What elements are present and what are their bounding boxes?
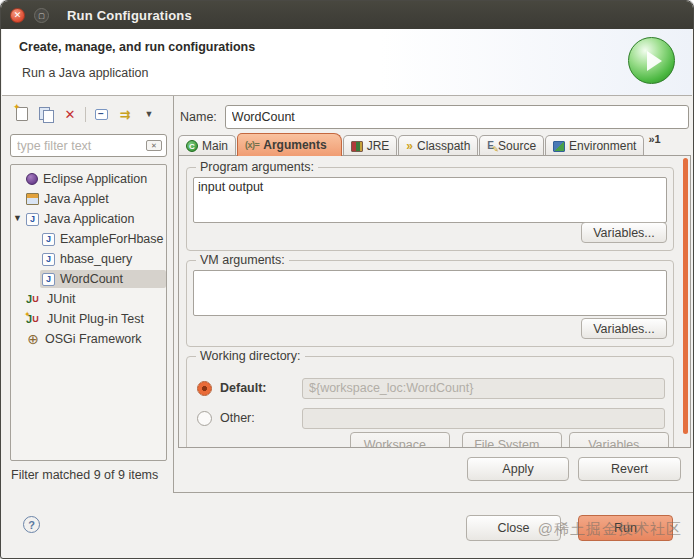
arguments-tab-content: Program arguments: input output Variable… [178, 155, 691, 448]
file-system-button[interactable]: File System... [462, 432, 562, 448]
configuration-detail-panel: Name: C Main (x)= Arguments JRE [174, 96, 694, 493]
vm-arguments-textarea[interactable] [193, 270, 667, 316]
tree-item-java-applet[interactable]: Java Applet [11, 189, 166, 209]
tab-arguments[interactable]: (x)= Arguments [237, 133, 342, 156]
chevron-down-icon: ▼ [145, 109, 154, 119]
run-configurations-dialog: ✕ ▢ Run Configurations Create, manage, a… [0, 0, 694, 559]
clear-filter-icon[interactable]: ✕ [146, 140, 162, 151]
arguments-tab-icon: (x)= [245, 140, 259, 150]
name-input[interactable] [225, 105, 689, 129]
working-directory-label: Working directory: [196, 349, 305, 363]
collapse-all-button[interactable]: − [89, 104, 113, 124]
main-tab-icon: C [186, 140, 198, 152]
tab-bar: C Main (x)= Arguments JRE » Classpath [178, 133, 691, 156]
vm-arguments-label: VM arguments: [196, 253, 289, 267]
close-button[interactable]: Close [466, 515, 561, 541]
java-applet-icon [26, 193, 39, 205]
duplicate-configuration-button[interactable] [34, 104, 58, 124]
tree-item-eclipse-application[interactable]: Eclipse Application [11, 169, 166, 189]
name-row: Name: [180, 104, 689, 129]
java-application-icon: J [42, 233, 55, 246]
tree-toolbar: ✕ − ⇉ ▼ [10, 103, 161, 125]
program-arguments-textarea[interactable]: input output [193, 177, 667, 223]
osgi-framework-icon: ⊕ [26, 332, 40, 346]
run-button[interactable]: Run [578, 515, 673, 541]
java-application-icon: J [26, 213, 39, 226]
classpath-tab-icon: » [406, 140, 413, 152]
dialog-footer: ? Close Run @稀土掘金技术社区 [2, 493, 692, 557]
dialog-header: Create, manage, and run configurations R… [2, 29, 692, 96]
tab-overflow-indicator[interactable]: »1 [648, 133, 660, 145]
screenshot-stage: ✕ ▢ Run Configurations Create, manage, a… [0, 0, 694, 559]
toolbar-separator [85, 107, 86, 122]
maximize-window-icon[interactable]: ▢ [34, 8, 49, 23]
tree-item-osgi-framework[interactable]: ⊕OSGi Framework [11, 329, 166, 349]
titlebar[interactable]: ✕ ▢ Run Configurations [1, 1, 693, 29]
vm-arguments-variables-button[interactable]: Variables... [581, 318, 667, 339]
expander-icon[interactable]: ▼ [13, 214, 22, 223]
close-window-icon[interactable]: ✕ [10, 8, 25, 23]
tab-source[interactable]: E Source [479, 135, 544, 156]
vm-arguments-group: VM arguments: Variables... [186, 260, 674, 347]
delete-configuration-button[interactable]: ✕ [58, 104, 82, 124]
default-radio-label: Default: [220, 381, 302, 395]
junit-icon: JU [26, 293, 42, 306]
filter-field-wrap: ✕ [10, 134, 167, 157]
tab-main[interactable]: C Main [178, 135, 236, 156]
tree-item-java-application[interactable]: ▼ JJava Application [11, 209, 166, 229]
new-config-icon [16, 107, 28, 121]
apply-revert-row: Apply Revert [174, 448, 694, 493]
program-arguments-label: Program arguments: [196, 160, 318, 174]
filter-input[interactable] [17, 139, 146, 153]
environment-tab-icon [553, 141, 565, 152]
vertical-scrollbar[interactable] [683, 158, 688, 434]
new-configuration-button[interactable] [10, 104, 34, 124]
duplicate-icon [39, 107, 53, 122]
revert-button[interactable]: Revert [578, 457, 681, 481]
default-directory-row: Default: [197, 377, 665, 399]
other-directory-row: Other: [197, 407, 665, 429]
name-label: Name: [180, 110, 217, 124]
tree-item-junit-plugin-test[interactable]: JUJUnit Plug-in Test [11, 309, 166, 329]
filter-icon: ⇉ [120, 108, 131, 121]
help-icon[interactable]: ? [23, 516, 40, 533]
dialog-body: ✕ − ⇉ ▼ ✕ Eclipse Application Java Apple… [2, 96, 692, 493]
other-directory-input [302, 408, 665, 429]
other-radio-label: Other: [220, 411, 302, 425]
delete-icon: ✕ [65, 108, 76, 121]
tree-item-junit[interactable]: JUJUnit [11, 289, 166, 309]
apply-button[interactable]: Apply [467, 457, 569, 481]
working-directory-group: Working directory: Default: Other: [186, 356, 674, 448]
filter-launch-button[interactable]: ⇉ [113, 104, 137, 124]
tree-item-hbase-query[interactable]: Jhbase_query [11, 249, 166, 269]
jre-tab-icon [351, 141, 363, 152]
java-application-icon: J [42, 273, 55, 286]
workspace-button[interactable]: Workspace... [350, 432, 450, 448]
directory-buttons-row: Workspace... File System... Variables... [187, 432, 673, 448]
directory-variables-button[interactable]: Variables... [569, 432, 669, 448]
default-radio[interactable] [197, 381, 212, 396]
window-title: Run Configurations [67, 8, 192, 23]
header-subtitle: Run a Java application [22, 66, 148, 80]
filter-status: Filter matched 9 of 9 items [11, 468, 158, 482]
view-menu-button[interactable]: ▼ [137, 104, 161, 124]
default-directory-input [302, 378, 665, 399]
tab-classpath[interactable]: » Classpath [398, 135, 478, 156]
header-title: Create, manage, and run configurations [19, 40, 255, 54]
tab-environment[interactable]: Environment [545, 135, 644, 156]
tree-item-exampleforhbase[interactable]: JExampleForHbase [11, 229, 166, 249]
program-arguments-variables-button[interactable]: Variables... [581, 222, 667, 243]
configurations-tree[interactable]: Eclipse Application Java Applet ▼ JJava … [10, 164, 167, 461]
eclipse-application-icon [26, 173, 38, 185]
tab-jre[interactable]: JRE [343, 135, 398, 156]
junit-plugin-icon: JU [26, 313, 42, 326]
program-arguments-group: Program arguments: input output Variable… [186, 167, 674, 251]
other-radio[interactable] [197, 411, 212, 426]
configurations-panel: ✕ − ⇉ ▼ ✕ Eclipse Application Java Apple… [2, 96, 174, 493]
java-application-icon: J [42, 253, 55, 266]
collapse-all-icon: − [95, 109, 108, 120]
source-tab-icon: E [487, 141, 494, 151]
tree-item-wordcount[interactable]: JWordCount [11, 269, 166, 289]
run-play-icon [628, 37, 675, 84]
